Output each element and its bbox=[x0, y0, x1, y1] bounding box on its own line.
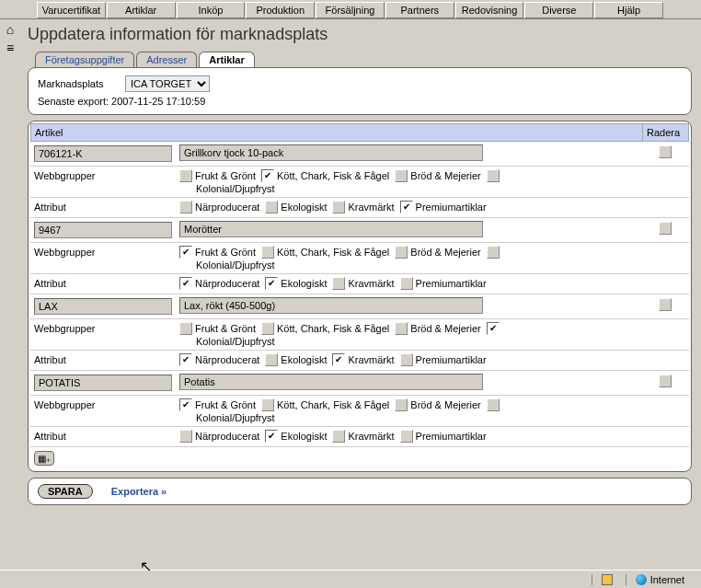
attr-eko-checkbox[interactable] bbox=[265, 201, 278, 213]
wg-brod-checkbox[interactable] bbox=[395, 169, 408, 182]
wg-brod-checkbox[interactable] bbox=[395, 246, 408, 259]
attributes-label: Attribut bbox=[30, 276, 178, 291]
article-row: LAXLax, rökt (450-500g) bbox=[30, 294, 689, 319]
attr-eko-checkbox[interactable]: ✔ bbox=[265, 430, 278, 443]
attr-krav-label: Kravmärkt bbox=[348, 202, 394, 213]
article-code: 9467 bbox=[34, 222, 172, 238]
attributes-label: Attribut bbox=[30, 429, 178, 444]
menu-redovisning[interactable]: Redovisning bbox=[455, 2, 524, 18]
last-export: Senaste export: 2007-11-25 17:10:59 bbox=[38, 96, 682, 107]
attr-krav-checkbox[interactable]: ✔ bbox=[332, 353, 345, 366]
tab-foretag[interactable]: Företagsuppgifter bbox=[35, 52, 134, 67]
delete-checkbox[interactable] bbox=[659, 145, 672, 158]
wg-frukt-label: Frukt & Grönt bbox=[195, 170, 256, 181]
webgroups-row: WebbgrupperFrukt & Grönt✔Kött, Chark, Fi… bbox=[30, 167, 689, 198]
market-select[interactable]: ICA TORGET bbox=[125, 75, 210, 92]
home-icon[interactable]: ⌂ bbox=[2, 20, 18, 39]
tabs: Företagsuppgifter Adresser Artiklar bbox=[35, 52, 692, 67]
list-icon[interactable]: ≡ bbox=[2, 39, 18, 57]
tab-artiklar[interactable]: Artiklar bbox=[199, 52, 255, 67]
export-link[interactable]: Exportera » bbox=[111, 486, 167, 497]
webgroups-row: WebbgrupperFrukt & GröntKött, Chark, Fis… bbox=[30, 319, 689, 351]
menu-hjälp[interactable]: Hjälp bbox=[594, 2, 663, 18]
wg-kolonial-checkbox[interactable] bbox=[487, 398, 500, 411]
attr-premium-checkbox[interactable]: ✔ bbox=[400, 201, 413, 213]
attributes-label: Attribut bbox=[30, 200, 178, 214]
webgroups-label: Webbgrupper bbox=[30, 321, 178, 336]
wg-brod-checkbox[interactable] bbox=[395, 398, 408, 411]
article-name: Grillkorv tjock 10-pack bbox=[179, 144, 483, 161]
menu-diverse[interactable]: Diverse bbox=[524, 2, 593, 18]
wg-kolonial-label: Kolonial/Djupfryst bbox=[196, 412, 641, 423]
globe-icon bbox=[636, 574, 647, 585]
wg-kolonial-checkbox[interactable] bbox=[487, 246, 500, 259]
footer-panel: SPARA Exportera » bbox=[28, 478, 692, 505]
top-menu: VarucertifikatArtiklarInköpProduktionFör… bbox=[0, 0, 701, 19]
wg-kott-label: Kött, Chark, Fisk & Fågel bbox=[277, 247, 389, 258]
attributes-row: Attribut✔Närproducerat✔EkologisktKravmär… bbox=[30, 274, 689, 294]
attributes-row: AttributNärproducerat✔EkologisktKravmärk… bbox=[30, 427, 689, 447]
wg-frukt-checkbox[interactable] bbox=[179, 322, 192, 335]
menu-inköp[interactable]: Inköp bbox=[177, 2, 246, 18]
attr-premium-checkbox[interactable] bbox=[400, 353, 413, 366]
wg-kott-label: Kött, Chark, Fisk & Fågel bbox=[277, 399, 389, 410]
wg-kolonial-checkbox[interactable]: ✔ bbox=[487, 322, 500, 335]
wg-frukt-label: Frukt & Grönt bbox=[195, 247, 256, 258]
save-button[interactable]: SPARA bbox=[38, 484, 93, 499]
grid-panel: Artikel Radera 706121-KGrillkorv tjock 1… bbox=[28, 121, 692, 472]
attr-eko-checkbox[interactable]: ✔ bbox=[265, 277, 278, 290]
wg-kott-checkbox[interactable] bbox=[261, 398, 274, 411]
wg-kolonial-label: Kolonial/Djupfryst bbox=[196, 336, 641, 347]
wg-frukt-checkbox[interactable] bbox=[179, 169, 192, 182]
attr-eko-label: Ekologiskt bbox=[281, 431, 327, 442]
attr-premium-checkbox[interactable] bbox=[400, 277, 413, 290]
wg-kott-label: Kött, Chark, Fisk & Fågel bbox=[277, 323, 389, 334]
attr-eko-checkbox[interactable] bbox=[265, 353, 278, 366]
attr-premium-label: Premiumartiklar bbox=[416, 431, 487, 442]
status-bar: Internet bbox=[0, 570, 701, 588]
wg-kott-checkbox[interactable] bbox=[261, 246, 274, 259]
attr-krav-checkbox[interactable] bbox=[332, 277, 345, 290]
wg-frukt-checkbox[interactable]: ✔ bbox=[179, 246, 192, 259]
attributes-label: Attribut bbox=[30, 352, 178, 367]
attr-narprod-checkbox[interactable] bbox=[179, 430, 192, 443]
wg-kolonial-checkbox[interactable] bbox=[487, 169, 500, 182]
wg-kott-checkbox[interactable] bbox=[261, 322, 274, 335]
wg-brod-checkbox[interactable] bbox=[395, 322, 408, 335]
attr-krav-label: Kravmärkt bbox=[348, 431, 394, 442]
attr-krav-checkbox[interactable] bbox=[332, 201, 345, 213]
article-name: Morötter bbox=[179, 221, 483, 237]
wg-brod-label: Bröd & Mejerier bbox=[410, 247, 480, 258]
attr-narprod-checkbox[interactable]: ✔ bbox=[179, 277, 192, 290]
webgroups-label: Webbgrupper bbox=[30, 168, 178, 183]
attr-krav-label: Kravmärkt bbox=[348, 354, 394, 365]
add-row-icon[interactable]: ▦₊ bbox=[34, 451, 54, 466]
attr-eko-label: Ekologiskt bbox=[281, 354, 327, 365]
market-label: Marknadsplats bbox=[38, 78, 125, 89]
attr-premium-checkbox[interactable] bbox=[400, 430, 413, 443]
wg-frukt-label: Frukt & Grönt bbox=[195, 323, 256, 334]
wg-frukt-checkbox[interactable]: ✔ bbox=[179, 398, 192, 411]
attr-premium-label: Premiumartiklar bbox=[416, 354, 487, 365]
article-name: Potatis bbox=[179, 374, 483, 390]
attr-krav-checkbox[interactable] bbox=[332, 430, 345, 443]
delete-checkbox[interactable] bbox=[659, 375, 672, 387]
attr-premium-label: Premiumartiklar bbox=[416, 202, 487, 213]
menu-försäljning[interactable]: Försäljning bbox=[316, 2, 385, 18]
delete-checkbox[interactable] bbox=[659, 222, 672, 235]
attr-narprod-label: Närproducerat bbox=[195, 278, 259, 289]
menu-partners[interactable]: Partners bbox=[385, 2, 454, 18]
tab-adresser[interactable]: Adresser bbox=[136, 52, 197, 67]
lock-icon bbox=[602, 574, 613, 585]
attr-eko-label: Ekologiskt bbox=[281, 202, 327, 213]
attr-narprod-checkbox[interactable]: ✔ bbox=[179, 353, 192, 366]
col-delete: Radera bbox=[642, 124, 688, 141]
menu-produktion[interactable]: Produktion bbox=[246, 2, 315, 18]
menu-varucertifikat[interactable]: Varucertifikat bbox=[37, 2, 106, 18]
article-name: Lax, rökt (450-500g) bbox=[179, 297, 483, 314]
wg-kott-checkbox[interactable]: ✔ bbox=[261, 169, 274, 182]
menu-artiklar[interactable]: Artiklar bbox=[107, 2, 176, 18]
delete-checkbox[interactable] bbox=[659, 298, 672, 311]
attr-narprod-checkbox[interactable] bbox=[179, 201, 192, 213]
wg-brod-label: Bröd & Mejerier bbox=[410, 323, 480, 334]
